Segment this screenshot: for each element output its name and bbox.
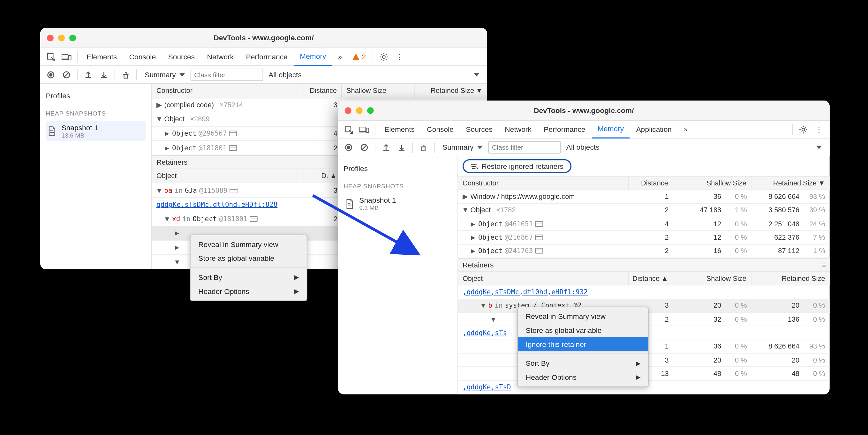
col-distance[interactable]: Distance	[297, 84, 342, 98]
close-window-button[interactable]	[47, 34, 54, 41]
class-filter-input[interactable]	[190, 68, 263, 81]
scope-dropdown-caret[interactable]	[469, 68, 484, 81]
menu-store-global[interactable]: Store as global variable	[518, 323, 648, 337]
expand-icon[interactable]: ▶	[470, 233, 476, 241]
tab-network[interactable]: Network	[202, 48, 239, 66]
col-retained[interactable]: Retained Size	[751, 272, 830, 285]
collapse-icon[interactable]: ▼	[156, 115, 162, 123]
object-row[interactable]: ▶Object @216867 2 120 % 622 3767 %	[458, 231, 830, 245]
view-mode-select[interactable]: Summary	[140, 68, 189, 81]
col-constructor[interactable]: Constructor	[152, 84, 297, 98]
export-icon[interactable]	[81, 67, 96, 82]
col-object[interactable]: Object	[152, 169, 297, 183]
col-constructor[interactable]: Constructor	[458, 177, 628, 190]
record-icon[interactable]	[341, 140, 356, 154]
tab-memory[interactable]: Memory	[592, 120, 629, 138]
tab-elements[interactable]: Elements	[379, 120, 421, 138]
device-toggle-icon[interactable]	[59, 50, 74, 64]
overflow-tabs-icon[interactable]: »	[333, 50, 347, 64]
col-object[interactable]: Object	[458, 272, 628, 285]
kebab-menu-icon[interactable]: ⋮	[392, 50, 407, 64]
scope-select[interactable]: All objects	[264, 68, 306, 81]
clear-icon[interactable]	[357, 140, 372, 154]
gc-icon[interactable]	[416, 140, 431, 154]
col-distance[interactable]: Distance	[628, 177, 673, 190]
class-filter-input[interactable]	[488, 141, 561, 154]
device-toggle-icon[interactable]	[357, 122, 372, 136]
expand-icon[interactable]: ▶	[470, 247, 476, 255]
collapse-icon[interactable]: ▼	[164, 215, 170, 223]
snapshot-item[interactable]: Snapshot 1 13.6 MB	[46, 121, 146, 141]
collapse-icon[interactable]: ▼	[463, 206, 468, 214]
tab-sources[interactable]: Sources	[162, 48, 200, 66]
col-shallow[interactable]: Shallow Size	[673, 272, 751, 285]
tab-console[interactable]: Console	[422, 120, 459, 138]
tab-elements[interactable]: Elements	[81, 48, 123, 66]
tab-sources[interactable]: Sources	[460, 120, 498, 138]
expand-icon[interactable]: ▶	[156, 101, 162, 109]
menu-header-options[interactable]: Header Options▶	[518, 370, 648, 384]
collapse-icon[interactable]: ▼	[480, 302, 486, 310]
source-link-row[interactable]: ,qddgKe,sTsDMc,dtl0hd,eHDfl:932	[458, 286, 830, 299]
settings-icon[interactable]	[376, 50, 391, 64]
expand-icon[interactable]: ▶	[174, 229, 180, 237]
overflow-tabs-icon[interactable]: »	[678, 122, 693, 136]
record-icon[interactable]	[44, 67, 58, 82]
expand-icon[interactable]: ▶	[463, 192, 468, 201]
constructor-row[interactable]: ▶Window / https://www.google.com 1 360 %…	[458, 190, 830, 204]
expand-icon[interactable]: ▶	[470, 220, 476, 228]
col-retained[interactable]: Retained Size▼	[751, 177, 830, 190]
snapshot-file-icon	[47, 126, 57, 136]
object-row[interactable]: ▶Object @461651 4 120 % 2 251 04824 %	[458, 217, 830, 231]
settings-icon[interactable]	[796, 122, 811, 136]
expand-icon[interactable]: ▶	[164, 144, 170, 152]
constructor-row[interactable]: ▼Object×1782 2 47 1881 % 3 580 57639 %	[458, 204, 830, 217]
close-window-button[interactable]	[345, 107, 351, 114]
svg-rect-8	[124, 74, 128, 78]
collapse-icon[interactable]: ▼	[174, 258, 180, 266]
gc-icon[interactable]	[118, 67, 133, 82]
collapse-icon[interactable]: ▼	[491, 315, 496, 323]
issues-badge[interactable]: 2	[348, 53, 369, 61]
col-shallow[interactable]: Shallow Size	[673, 177, 751, 190]
view-mode-select[interactable]: Summary	[438, 141, 487, 154]
col-retained[interactable]: Retained Size▼	[415, 84, 488, 98]
restore-ignored-retainers-button[interactable]: Restore ignored retainers	[463, 159, 571, 173]
tab-performance[interactable]: Performance	[240, 48, 293, 66]
tab-console[interactable]: Console	[124, 48, 161, 66]
object-row[interactable]: ▶Object @241763 2 160 % 87 1121 %	[458, 245, 830, 258]
tab-memory[interactable]: Memory	[294, 48, 332, 66]
import-icon[interactable]	[395, 140, 409, 154]
menu-store-global[interactable]: Store as global variable	[191, 251, 307, 266]
minimize-window-button[interactable]	[58, 34, 65, 41]
window-icon	[250, 216, 258, 222]
expand-icon[interactable]: ▶	[174, 244, 180, 251]
export-icon[interactable]	[379, 140, 394, 154]
expand-icon[interactable]: ▶	[164, 130, 170, 137]
section-menu-icon[interactable]: ≡	[822, 261, 826, 269]
tab-network[interactable]: Network	[499, 120, 537, 138]
maximize-window-button[interactable]	[69, 34, 76, 41]
menu-sort-by[interactable]: Sort By▶	[191, 270, 307, 284]
menu-reveal-summary[interactable]: Reveal in Summary view	[191, 238, 307, 251]
inspect-icon[interactable]	[341, 122, 356, 136]
scope-dropdown-caret[interactable]	[812, 141, 827, 154]
col-shallow[interactable]: Shallow Size	[342, 84, 415, 98]
menu-sort-by[interactable]: Sort By▶	[518, 356, 648, 371]
menu-header-options[interactable]: Header Options▶	[191, 284, 307, 299]
col-distance[interactable]: Distance▲	[628, 272, 673, 285]
collapse-icon[interactable]: ▼	[156, 186, 162, 194]
maximize-window-button[interactable]	[367, 107, 374, 114]
kebab-menu-icon[interactable]: ⋮	[812, 122, 827, 136]
scope-select[interactable]: All objects	[562, 141, 604, 154]
inspect-icon[interactable]	[44, 50, 58, 64]
menu-ignore-retainer[interactable]: Ignore this retainer	[518, 337, 648, 351]
tab-application[interactable]: Application	[630, 120, 677, 138]
menu-reveal-summary[interactable]: Reveal in Summary view	[518, 310, 648, 323]
clear-icon[interactable]	[59, 67, 74, 82]
tab-performance[interactable]: Performance	[538, 120, 591, 138]
import-icon[interactable]	[97, 67, 112, 82]
minimize-window-button[interactable]	[356, 107, 363, 114]
issues-count: 2	[362, 53, 366, 61]
col-distance[interactable]: D.▲	[297, 169, 342, 183]
